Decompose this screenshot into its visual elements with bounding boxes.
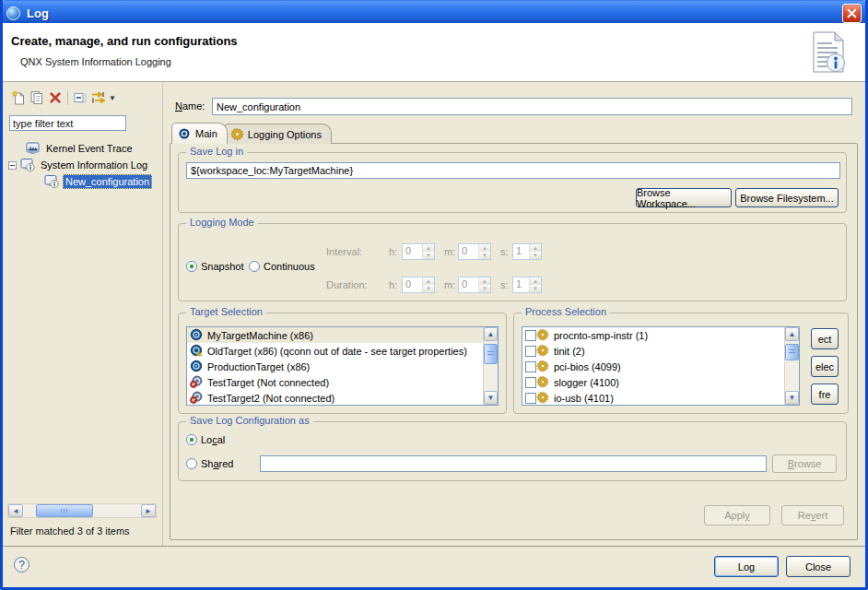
filter-button[interactable] — [89, 89, 108, 106]
radio-icon — [186, 261, 197, 272]
delete-icon — [49, 91, 62, 104]
radio-label: Continuous — [264, 261, 315, 272]
shared-radio[interactable]: Shared — [186, 458, 234, 469]
tab-bar: Main Logging Options — [171, 123, 328, 144]
scroll-right-icon[interactable]: ► — [141, 504, 156, 517]
scroll-left-icon[interactable]: ◄ — [8, 504, 23, 517]
browse-workspace-button[interactable]: Browse Workspace... — [636, 188, 732, 207]
hours-label: h: — [389, 246, 397, 257]
duration-hours-spinner: 0 ▲▼ — [402, 277, 435, 293]
filter-menu-dropdown[interactable]: ▼ — [109, 94, 116, 102]
process-row[interactable]: procnto-smp-instr (1) — [522, 327, 799, 343]
target-icon — [190, 328, 205, 342]
new-configuration-button[interactable] — [9, 89, 28, 106]
page-title: Create, manage, and run configurations — [11, 34, 238, 48]
minutes-label: m: — [444, 279, 455, 290]
dialog-body: ▼ Kernel Event Trace — [3, 82, 865, 546]
name-label: Name: — [175, 100, 205, 112]
group-legend: Save Log Configuration as — [186, 415, 313, 426]
dialog-header: Create, manage, and run configurations Q… — [0, 23, 868, 82]
filter-icon — [91, 90, 106, 105]
collapse-expander-icon[interactable] — [8, 161, 17, 170]
scrollbar-thumb[interactable] — [785, 344, 799, 360]
duration-seconds-spinner: 1 ▲▼ — [512, 277, 542, 293]
duplicate-configuration-button[interactable] — [28, 89, 46, 106]
help-icon[interactable]: ? — [14, 557, 29, 572]
scroll-down-icon[interactable]: ▼ — [484, 391, 498, 405]
browse-shared-button: Browse — [772, 454, 837, 473]
scroll-down-icon[interactable]: ▼ — [785, 391, 799, 405]
main-tab-icon — [178, 127, 192, 141]
shared-path-input[interactable] — [260, 455, 767, 472]
target-row[interactable]: MyTargetMachine (x86) — [187, 327, 498, 343]
process-checkbox[interactable] — [525, 377, 536, 388]
target-label: TestTarget (Not connected) — [207, 377, 329, 388]
system-info-log-icon — [20, 158, 36, 172]
local-radio[interactable]: Local — [186, 434, 225, 445]
target-row[interactable]: OldTarget (x86) (qconn out of date - see… — [187, 343, 498, 359]
group-legend: Target Selection — [186, 306, 266, 317]
tree-item-kernel-event-trace[interactable]: Kernel Event Trace — [26, 140, 135, 157]
new-configuration-icon — [11, 90, 26, 105]
configurations-toolbar: ▼ — [9, 88, 116, 107]
configuration-tree: Kernel Event Trace System Information — [6, 136, 160, 246]
save-log-path-input[interactable] — [186, 162, 840, 179]
tree-horizontal-scrollbar[interactable]: ◄ ► — [7, 503, 157, 518]
tree-item-system-information-log[interactable]: System Information Log — [8, 157, 149, 173]
process-checkbox[interactable] — [525, 361, 536, 372]
browse-filesystem-button[interactable]: Browse Filesystem... — [735, 188, 839, 207]
scroll-up-icon[interactable]: ▲ — [785, 327, 799, 341]
process-label: io-usb (4101) — [554, 393, 614, 404]
snapshot-radio[interactable]: Snapshot — [186, 261, 243, 272]
target-row[interactable]: TestTarget2 (Not connected) — [187, 390, 498, 406]
name-input[interactable] — [212, 98, 852, 115]
process-checkbox[interactable] — [525, 346, 536, 357]
process-selection-group: Process Selection procnto-smp-instr (1) … — [513, 313, 849, 414]
tree-item-new-configuration[interactable]: New_configuration — [44, 173, 152, 190]
process-checkbox[interactable] — [525, 330, 536, 341]
tab-label: Logging Options — [248, 129, 322, 140]
radio-icon — [186, 458, 197, 469]
scroll-up-icon[interactable]: ▲ — [484, 327, 498, 341]
target-icon — [190, 360, 205, 373]
log-button[interactable]: Log — [714, 556, 779, 577]
target-warning-icon — [190, 344, 205, 358]
radio-icon — [249, 261, 260, 272]
process-checkbox[interactable] — [525, 393, 536, 404]
interval-minutes-spinner: 0 ▲▼ — [458, 243, 491, 260]
spinner-arrows-icon: ▲▼ — [529, 277, 541, 292]
save-log-in-group: Save Log in Browse Workspace... Browse F… — [178, 152, 847, 213]
process-row[interactable]: io-usb (4101) — [522, 390, 799, 406]
scrollbar-thumb[interactable] — [484, 344, 498, 364]
target-row[interactable]: ProductionTarget (x86) — [187, 359, 498, 374]
collapse-all-icon — [73, 90, 88, 105]
process-row[interactable]: slogger (4100) — [522, 374, 799, 390]
target-label: ProductionTarget (x86) — [207, 361, 310, 372]
system-info-log-icon — [44, 174, 60, 189]
close-button[interactable]: Close — [786, 556, 850, 577]
refresh-button-clipped[interactable]: fre — [811, 384, 839, 405]
process-row[interactable]: tinit (2) — [522, 343, 799, 359]
close-window-button[interactable] — [842, 4, 862, 23]
continuous-radio[interactable]: Continuous — [249, 261, 315, 272]
tab-main[interactable]: Main — [171, 123, 228, 144]
select-all-button-clipped[interactable]: ect — [811, 328, 839, 349]
filter-input[interactable] — [9, 115, 126, 131]
target-list-scrollbar[interactable]: ▲ ▼ — [483, 327, 498, 405]
interval-label: Interval: — [326, 246, 362, 257]
process-row[interactable]: pci-bios (4099) — [522, 359, 799, 374]
deselect-all-button-clipped[interactable]: elec — [811, 356, 839, 377]
seconds-label: s: — [500, 246, 509, 257]
radio-label: Snapshot — [201, 261, 243, 272]
titlebar[interactable]: Log — [0, 0, 868, 26]
duplicate-icon — [29, 90, 44, 105]
revert-button: Revert — [781, 505, 844, 525]
log-dialog: Log Create, manage, and run configuratio… — [0, 0, 868, 590]
tab-logging-options[interactable]: Logging Options — [224, 124, 332, 144]
collapse-all-button[interactable] — [71, 89, 89, 106]
target-label: OldTarget (x86) (qconn out of date - see… — [207, 346, 467, 357]
process-list-scrollbar[interactable]: ▲ ▼ — [784, 327, 799, 405]
target-row[interactable]: TestTarget (Not connected) — [187, 374, 498, 390]
delete-configuration-button[interactable] — [46, 89, 65, 106]
scrollbar-thumb[interactable] — [36, 504, 93, 517]
